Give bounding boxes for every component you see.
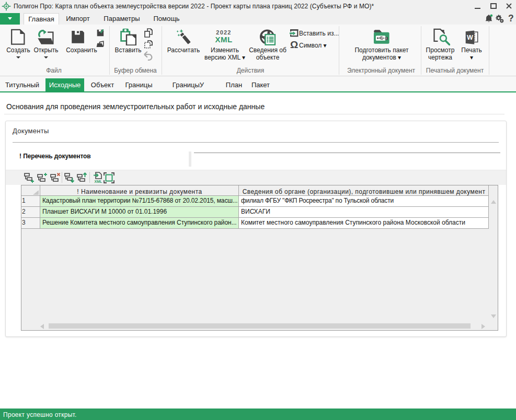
svg-text:XML: XML [95,180,103,183]
svg-text:W: W [467,34,473,41]
